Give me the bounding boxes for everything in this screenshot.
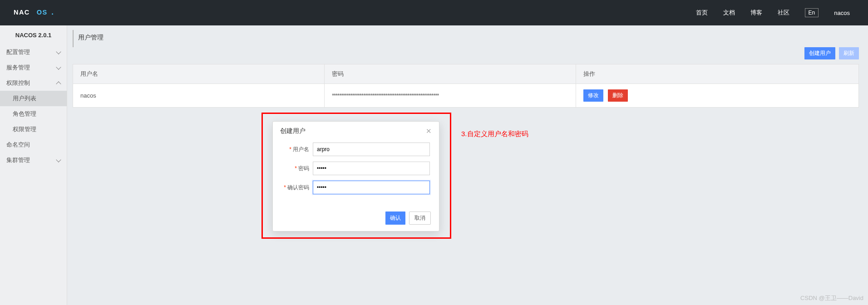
- sidebar-sub-roles[interactable]: 角色管理: [0, 106, 67, 122]
- dialog-title: 创建用户: [280, 127, 306, 135]
- label-confirm-password: *确认密码: [282, 184, 309, 192]
- logo: NAC OS: [14, 6, 66, 19]
- sidebar-sub-users[interactable]: 用户列表: [0, 91, 67, 106]
- watermark: CSDN @王卫——David: [800, 294, 863, 302]
- dialog-header: 创建用户 ✕: [273, 122, 439, 140]
- delete-button[interactable]: 删除: [608, 89, 628, 102]
- sidebar-item-service[interactable]: 服务管理: [0, 60, 67, 75]
- content: 用户管理 创建用户 刷新 用户名 密码 操作 nacos ***********…: [67, 25, 868, 305]
- th-password: 密码: [324, 64, 576, 84]
- svg-point-2: [52, 13, 53, 15]
- sidebar-item-config[interactable]: 配置管理: [0, 44, 67, 60]
- refresh-button[interactable]: 刷新: [839, 47, 859, 59]
- cell-op: 修改 删除: [576, 84, 858, 108]
- top-nav: 首页 文档 博客 社区 En nacos: [696, 8, 850, 17]
- cell-password: ****************************************…: [324, 84, 576, 108]
- annotation-text: 3.自定义用户名和密码: [461, 130, 528, 138]
- sidebar-item-label: 集群管理: [6, 156, 30, 164]
- cancel-button[interactable]: 取消: [409, 212, 431, 225]
- sidebar-sub-perms[interactable]: 权限管理: [0, 122, 67, 137]
- sidebar-item-cluster[interactable]: 集群管理: [0, 152, 67, 168]
- password-input[interactable]: [313, 162, 430, 175]
- sidebar-item-namespace[interactable]: 命名空间: [0, 137, 67, 152]
- dialog-footer: 确认 取消: [273, 205, 439, 231]
- edit-button[interactable]: 修改: [583, 89, 603, 102]
- nav-docs[interactable]: 文档: [723, 9, 735, 17]
- create-user-dialog: 创建用户 ✕ *用户名 *密码 *确认密码 确认 取消: [272, 121, 439, 231]
- page-title: 用户管理: [73, 30, 859, 47]
- main-wrap: NACOS 2.0.1 配置管理 服务管理 权限控制 用户列表 角色管理 权限管…: [0, 25, 868, 305]
- sidebar-item-label: 配置管理: [6, 48, 30, 56]
- nav-community[interactable]: 社区: [778, 9, 789, 17]
- close-icon[interactable]: ✕: [426, 127, 432, 135]
- nav-blog[interactable]: 博客: [750, 9, 762, 17]
- sidebar-item-label: 权限控制: [6, 79, 30, 87]
- topbar: NAC OS 首页 文档 博客 社区 En nacos: [0, 0, 868, 25]
- toolbar: 创建用户 刷新: [73, 47, 859, 59]
- th-username: 用户名: [73, 64, 325, 84]
- cell-username: nacos: [73, 84, 325, 108]
- confirm-password-input[interactable]: [313, 181, 430, 194]
- sidebar-item-label: 服务管理: [6, 64, 30, 72]
- sidebar-item-label: 命名空间: [6, 141, 30, 149]
- table-row: nacos **********************************…: [73, 84, 859, 108]
- lang-switch[interactable]: En: [805, 8, 819, 17]
- current-user[interactable]: nacos: [834, 10, 850, 16]
- sidebar-item-permission[interactable]: 权限控制: [0, 75, 67, 91]
- version-label: NACOS 2.0.1: [0, 25, 67, 44]
- th-op: 操作: [576, 64, 858, 84]
- confirm-button[interactable]: 确认: [385, 212, 405, 225]
- svg-text:NAC: NAC: [14, 9, 30, 16]
- create-user-button[interactable]: 创建用户: [804, 47, 835, 59]
- dialog-body: *用户名 *密码 *确认密码: [273, 140, 439, 205]
- username-input[interactable]: [313, 143, 430, 156]
- sidebar: NACOS 2.0.1 配置管理 服务管理 权限控制 用户列表 角色管理 权限管…: [0, 25, 67, 305]
- label-username: *用户名: [282, 146, 309, 153]
- svg-text:OS: OS: [37, 9, 48, 16]
- nav-home[interactable]: 首页: [696, 9, 708, 17]
- label-password: *密码: [282, 165, 309, 172]
- user-table: 用户名 密码 操作 nacos ************************…: [73, 64, 859, 108]
